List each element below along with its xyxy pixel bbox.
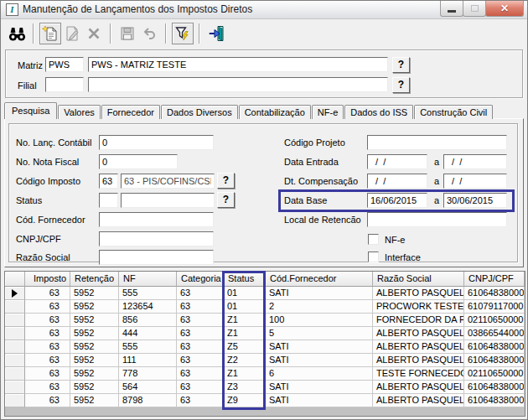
data-entrada-label: Data Entrada xyxy=(284,154,339,169)
table-row[interactable]: 63 5952 564 63 Z3 SATI ALBERTO PASQUELIN… xyxy=(5,381,525,394)
cell-razao-social: ALBERTO PASQUELIN xyxy=(373,394,464,407)
col-razao-social[interactable]: Razão Social xyxy=(373,272,464,287)
filial-help-button[interactable]: ? xyxy=(392,77,410,93)
status-help-button[interactable]: ? xyxy=(217,192,235,208)
filial-label: Filial xyxy=(18,78,37,93)
filter-button[interactable] xyxy=(172,23,194,44)
cod-fornecedor-label: Cód. Fornecedor xyxy=(16,212,85,227)
row-selector[interactable] xyxy=(5,287,25,300)
exit-button[interactable] xyxy=(205,23,227,44)
close-button[interactable]: ✕ xyxy=(485,1,524,17)
table-row[interactable]: 63 5952 856 63 Z1 100 FORNECEDOR DA PAI … xyxy=(5,314,525,327)
tab-construcao-civil[interactable]: Construção Civil xyxy=(414,105,493,119)
row-selector[interactable] xyxy=(5,314,25,327)
tab-pesquisa[interactable]: Pesquisa xyxy=(4,102,57,119)
data-entrada-from-input[interactable] xyxy=(367,154,427,169)
edit-button[interactable] xyxy=(61,23,83,44)
interface-checkbox[interactable] xyxy=(368,251,379,262)
delete-button[interactable] xyxy=(83,23,105,44)
codigo-imposto-desc-input[interactable] xyxy=(121,174,215,189)
codigo-projeto-label: Código Projeto xyxy=(284,135,345,150)
codigo-imposto-code-input[interactable] xyxy=(99,174,118,189)
col-categoria[interactable]: Categoria xyxy=(177,272,224,287)
tab-dados-diversos[interactable]: Dados Diversos xyxy=(161,105,238,119)
close-icon: ✕ xyxy=(500,2,509,16)
results-table[interactable]: Imposto Retenção NF Categoria Status Cód… xyxy=(4,271,525,417)
row-selector[interactable] xyxy=(5,354,25,367)
cell-nf: 123654 xyxy=(119,300,177,314)
col-fornecedor[interactable]: Cód.Fornecedor xyxy=(266,272,373,287)
table-row[interactable]: 63 5952 111 63 Z2 SATI ALBERTO PASQUELIN… xyxy=(5,354,525,367)
row-selector[interactable] xyxy=(5,381,25,394)
matriz-code-input[interactable] xyxy=(45,57,84,72)
maximize-button[interactable] xyxy=(463,1,486,17)
cod-fornecedor-input[interactable] xyxy=(99,212,214,227)
new-button[interactable] xyxy=(39,23,61,44)
col-imposto[interactable]: Imposto xyxy=(25,272,70,287)
tab-nfe[interactable]: NF-e xyxy=(312,105,344,119)
binoculars-icon xyxy=(8,26,26,42)
cell-fornecedor: SATI xyxy=(266,340,373,354)
nota-fiscal-input[interactable] xyxy=(99,154,178,169)
lanc-contabil-input[interactable] xyxy=(99,135,214,150)
data-base-to-input[interactable] xyxy=(443,193,507,208)
tab-dados-do-iss[interactable]: Dados do ISS xyxy=(344,105,413,119)
cell-status: Z3 xyxy=(224,381,266,394)
table-row[interactable]: 63 5952 555 63 Z5 SATI ALBERTO PASQUELIN… xyxy=(5,340,525,354)
status-desc-input[interactable] xyxy=(121,193,215,208)
table-row[interactable]: 63 5952 8798 63 Z9 SATI ALBERTO PASQUELI… xyxy=(5,394,525,407)
cell-categoria: 63 xyxy=(177,381,224,394)
local-retencao-input[interactable] xyxy=(367,212,507,227)
row-selector[interactable] xyxy=(5,394,25,407)
cell-categoria: 63 xyxy=(177,367,224,381)
cell-status: 01 xyxy=(224,300,266,314)
dt-compensacao-from-input[interactable] xyxy=(367,174,427,189)
cell-categoria: 63 xyxy=(177,327,224,340)
cell-fornecedor: 5 xyxy=(266,327,373,340)
col-status[interactable]: Status xyxy=(224,272,266,287)
lanc-contabil-label: No. Lanç. Contábil xyxy=(16,135,92,150)
table-row[interactable]: 63 5952 123654 63 01 2 PROCWORK TESTE 61… xyxy=(5,300,525,314)
row-selector[interactable] xyxy=(5,327,25,340)
filial-code-input[interactable] xyxy=(45,77,84,92)
cell-nf: 555 xyxy=(119,340,177,354)
edit-record-icon xyxy=(64,25,80,42)
filial-name-input[interactable] xyxy=(88,77,388,92)
codigo-projeto-input[interactable] xyxy=(367,135,507,150)
razao-social-input[interactable] xyxy=(99,250,214,265)
toolbar xyxy=(1,20,527,47)
tab-fornecedor[interactable]: Fornecedor xyxy=(101,105,160,119)
save-button[interactable] xyxy=(116,23,138,44)
col-cnpj-cpf[interactable]: CNPJ/CPF xyxy=(464,272,525,287)
undo-button[interactable] xyxy=(138,23,160,44)
toolbar-separator xyxy=(110,23,111,44)
matriz-help-button[interactable]: ? xyxy=(392,57,410,73)
cell-retencao: 5952 xyxy=(70,287,119,300)
cell-fornecedor: 100 xyxy=(266,314,373,327)
table-row[interactable]: 63 5952 555 63 01 SATI ALBERTO PASQUELIN… xyxy=(5,287,525,300)
data-entrada-to-input[interactable] xyxy=(443,154,507,169)
table-row[interactable]: 63 5952 778 63 Z1 6 TESTE FORNECEDOR 021… xyxy=(5,367,525,381)
cell-nf: 111 xyxy=(119,354,177,367)
cell-categoria: 63 xyxy=(177,340,224,354)
cell-categoria: 63 xyxy=(177,287,224,300)
table-row[interactable]: 63 5952 444 63 Z1 5 ALBERTO PASQUELIN 03… xyxy=(5,327,525,340)
data-base-from-input[interactable] xyxy=(367,193,427,208)
col-nf[interactable]: NF xyxy=(119,272,177,287)
matriz-name-input[interactable] xyxy=(88,57,388,72)
cnpj-cpf-input[interactable] xyxy=(99,231,214,246)
minimize-button[interactable] xyxy=(440,1,463,17)
row-selector[interactable] xyxy=(5,340,25,354)
dt-compensacao-to-input[interactable] xyxy=(443,174,507,189)
codigo-imposto-help-button[interactable]: ? xyxy=(217,173,235,189)
row-selector[interactable] xyxy=(5,367,25,381)
tab-contabilizacao[interactable]: Contabilização xyxy=(239,105,311,119)
row-selector[interactable] xyxy=(5,300,25,314)
search-button[interactable] xyxy=(6,23,28,44)
col-retencao[interactable]: Retenção xyxy=(70,272,119,287)
cell-imposto: 63 xyxy=(25,381,70,394)
status-code-input[interactable] xyxy=(99,193,118,208)
nfe-checkbox[interactable] xyxy=(368,234,379,245)
window-title: Manutenção de Lançamentos dos Impostos D… xyxy=(23,1,252,18)
tab-valores[interactable]: Valores xyxy=(58,105,100,119)
